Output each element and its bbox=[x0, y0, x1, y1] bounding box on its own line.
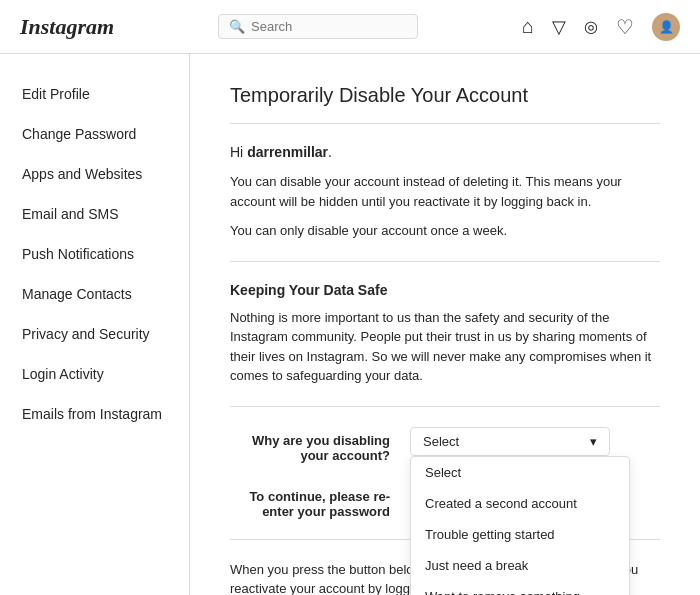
chevron-down-icon: ▾ bbox=[590, 434, 597, 449]
sidebar-item-emails-instagram[interactable]: Emails from Instagram bbox=[0, 394, 189, 434]
dropdown-item-select[interactable]: Select bbox=[411, 457, 629, 488]
select-container: Select ▾ Select Created a second account… bbox=[410, 427, 610, 456]
body-text-1: You can disable your account instead of … bbox=[230, 172, 660, 211]
username: darrenmillar bbox=[247, 144, 328, 160]
why-label: Why are you disabling your account? bbox=[230, 427, 390, 463]
sidebar-item-change-password[interactable]: Change Password bbox=[0, 114, 189, 154]
divider-2 bbox=[230, 406, 660, 407]
greeting-text: Hi darrenmillar. bbox=[230, 144, 660, 160]
compass-icon[interactable]: ◎ bbox=[584, 17, 598, 36]
dropdown-item-trouble[interactable]: Trouble getting started bbox=[411, 519, 629, 550]
divider-1 bbox=[230, 261, 660, 262]
password-label: To continue, please re-enter your passwo… bbox=[230, 483, 390, 519]
instagram-logo: Instagram bbox=[20, 14, 114, 40]
body-text-3: Nothing is more important to us than the… bbox=[230, 308, 660, 386]
explore-icon[interactable]: ▽ bbox=[552, 16, 566, 38]
search-icon: 🔍 bbox=[229, 19, 245, 34]
search-input[interactable] bbox=[251, 19, 407, 34]
header: Instagram 🔍 ⌂ ▽ ◎ ♡ 👤 bbox=[0, 0, 700, 54]
sidebar-item-apps-websites[interactable]: Apps and Websites bbox=[0, 154, 189, 194]
select-value: Select bbox=[423, 434, 459, 449]
why-section: Why are you disabling your account? Sele… bbox=[230, 427, 660, 463]
sidebar-item-login-activity[interactable]: Login Activity bbox=[0, 354, 189, 394]
avatar[interactable]: 👤 bbox=[652, 13, 680, 41]
sidebar-item-edit-profile[interactable]: Edit Profile bbox=[0, 74, 189, 114]
dropdown-item-remove[interactable]: Want to remove something bbox=[411, 581, 629, 596]
dropdown-item-break[interactable]: Just need a break bbox=[411, 550, 629, 581]
why-right: Select ▾ Select Created a second account… bbox=[410, 427, 660, 456]
page-title: Temporarily Disable Your Account bbox=[230, 84, 660, 124]
header-icons: ⌂ ▽ ◎ ♡ 👤 bbox=[522, 13, 680, 41]
sidebar-item-privacy-security[interactable]: Privacy and Security bbox=[0, 314, 189, 354]
heart-icon[interactable]: ♡ bbox=[616, 15, 634, 39]
section-title: Keeping Your Data Safe bbox=[230, 282, 660, 298]
main-content: Temporarily Disable Your Account Hi darr… bbox=[190, 54, 700, 595]
dropdown-menu: Select Created a second account Trouble … bbox=[410, 456, 630, 596]
main-layout: Edit Profile Change Password Apps and We… bbox=[0, 54, 700, 595]
home-icon[interactable]: ⌂ bbox=[522, 15, 534, 38]
select-trigger[interactable]: Select ▾ bbox=[410, 427, 610, 456]
search-bar[interactable]: 🔍 bbox=[218, 14, 418, 39]
body-text-2: You can only disable your account once a… bbox=[230, 221, 660, 241]
sidebar-item-manage-contacts[interactable]: Manage Contacts bbox=[0, 274, 189, 314]
sidebar: Edit Profile Change Password Apps and We… bbox=[0, 54, 190, 595]
sidebar-item-email-sms[interactable]: Email and SMS bbox=[0, 194, 189, 234]
dropdown-item-second-account[interactable]: Created a second account bbox=[411, 488, 629, 519]
sidebar-item-push-notifications[interactable]: Push Notifications bbox=[0, 234, 189, 274]
